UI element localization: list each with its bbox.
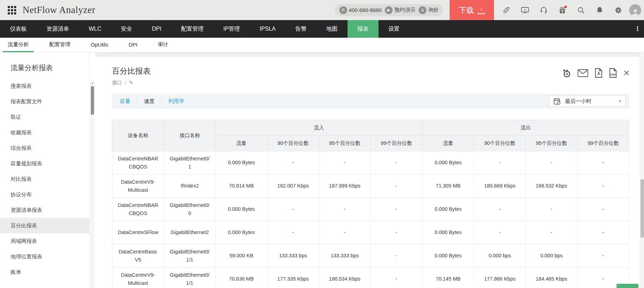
schedule-stopwatch-icon[interactable] [562, 68, 571, 78]
subnav-audit[interactable]: 审计 [153, 38, 173, 52]
export-pdf-icon[interactable] [594, 68, 603, 78]
col-header-device: 设备名称 [112, 120, 164, 151]
report-panel: 百分比报表 接口 / ✎ CSV ✕ [95, 57, 644, 288]
device-cell: DataCentreNBARCBQOS [112, 198, 164, 221]
sidebar-item-inventory-reports[interactable]: 资源清单报表 [0, 202, 89, 218]
sidebar-item-consolidated-reports[interactable]: 综合报表 [0, 140, 89, 156]
in-p99-cell: - [370, 198, 422, 221]
email-report-icon[interactable] [577, 69, 588, 77]
col-header-out-p90: 90个百分位数 [474, 136, 526, 151]
in-p95-cell: - [319, 198, 371, 221]
apps-grid-icon[interactable] [8, 6, 16, 14]
settings-gear-icon[interactable] [614, 6, 623, 15]
sidebar-item-billing[interactable]: 账单 [0, 264, 89, 280]
subnav-config-mgmt[interactable]: 配置管理 [44, 38, 75, 52]
out-p95-cell: - [526, 221, 577, 244]
nav-inventory[interactable]: 资源清单 [37, 20, 79, 38]
interface-cell: GigabitEthernet0/0 [164, 198, 215, 221]
tab-speed[interactable]: 速度 [144, 98, 155, 105]
nav-ip-mgmt[interactable]: IP管理 [213, 20, 250, 38]
out-volume-cell: 70.145 MB [422, 268, 474, 288]
sidebar-item-compare-reports[interactable]: 对比报表 [0, 171, 89, 187]
subnav-oputils[interactable]: OpUtils [86, 38, 113, 52]
phone-contact[interactable]: ✆ 400-660-8680 [339, 6, 382, 14]
scroll-up-arrow-icon[interactable]: ▲ [90, 82, 94, 84]
sidebar-item-geo-reports[interactable]: 地理位置报表 [0, 249, 89, 264]
nav-reports[interactable]: 报表 [348, 20, 379, 38]
nav-wlc[interactable]: WLC [79, 20, 111, 38]
top-header: NetFlow Analyzer ✆ 400-660-8680 ▶ 预约演示 $… [0, 0, 644, 20]
demo-link[interactable]: ▶ 预约演示 [385, 6, 415, 14]
nav-settings[interactable]: 设置 [379, 20, 409, 38]
download-button[interactable]: 下载 ↓ [450, 0, 494, 20]
sidebar-item-lan-reports[interactable]: 局域网报表 [0, 233, 89, 249]
time-range-value: 最后一小时 [565, 98, 592, 105]
tab-utilization[interactable]: 利用率 [168, 98, 184, 105]
percentile-report-table: 设备名称 接口名称 流入 流出 流量 90个百分位数 95个百分位数 99个百分… [112, 120, 629, 288]
sidebar-item-capacity-planning[interactable]: 容量规划报表 [0, 156, 89, 171]
interface-cell: GigabitEthernet2 [164, 221, 215, 244]
sidebar-scrollbar-track[interactable]: ▲ [90, 81, 94, 288]
out-p95-cell: 0.000 bps [526, 244, 577, 268]
table-row: DataCentreNBARCBQOS GigabitEthernet0/0 0… [112, 198, 629, 221]
export-csv-icon[interactable]: CSV [609, 68, 617, 78]
rocket-icon[interactable] [502, 6, 511, 15]
col-header-in-volume: 流量 [215, 136, 267, 151]
tab-capacity[interactable]: 容量 [120, 98, 130, 105]
col-header-out-p99: 99个百分位数 [577, 136, 629, 151]
group-header-in: 流入 [215, 120, 422, 136]
in-p99-cell: - [370, 174, 422, 198]
device-cell: DataCentreSFlow [112, 221, 164, 244]
device-cell: DataCentreV9-Multicast [112, 268, 164, 288]
notification-dot [564, 6, 567, 8]
search-icon[interactable] [576, 6, 586, 15]
gift-icon[interactable] [558, 6, 567, 15]
subnav-dpi[interactable]: DPI [124, 38, 142, 52]
sidebar-item-favorite-reports[interactable]: 收藏报表 [0, 125, 89, 140]
demo-play-icon: ▶ [385, 6, 393, 14]
sidebar-item-search-reports[interactable]: 搜索报表 [0, 78, 89, 94]
svg-text:CSV: CSV [610, 73, 615, 76]
subnav-traffic-analysis[interactable]: 流量分析 [3, 38, 34, 52]
bell-icon[interactable] [595, 6, 604, 15]
in-p95-cell: - [319, 151, 371, 174]
header-icon-row [502, 6, 623, 15]
nav-dpi[interactable]: DPI [142, 20, 171, 38]
sidebar-item-report-profiles[interactable]: 报表配置文件 [0, 94, 89, 109]
edit-pencil-icon[interactable]: ✎ [129, 79, 133, 86]
nav-ipsla[interactable]: IPSLA [250, 20, 285, 38]
time-range-selector[interactable]: 最后一小时 ▾ [549, 96, 626, 107]
user-avatar[interactable] [629, 4, 641, 16]
nav-config-mgmt[interactable]: 配置管理 [171, 20, 213, 38]
tab-divider [161, 97, 162, 105]
nav-overflow-icon[interactable]: ⋮ [633, 20, 642, 38]
nav-dashboard[interactable]: 仪表板 [0, 20, 37, 38]
presentation-icon[interactable] [520, 6, 530, 15]
page-scrollbar-thumb[interactable] [640, 179, 644, 238]
feedback-corner-tab[interactable] [617, 284, 638, 288]
out-p99-cell: - [577, 151, 629, 174]
sidebar-item-percentile-reports[interactable]: 百分比报表 [0, 218, 89, 233]
interface-cell: GigabitEthernet0/1/1 [164, 268, 215, 288]
quote-link[interactable]: $ 询价 [419, 6, 439, 14]
close-report-icon[interactable]: ✕ [623, 69, 630, 77]
sidebar-title: 流量分析报表 [0, 53, 89, 78]
col-header-in-p99: 99个百分位数 [370, 136, 422, 151]
table-row: DataCentreSFlow GigabitEthernet2 0.000 B… [112, 221, 629, 244]
support-headset-icon[interactable] [539, 6, 548, 15]
calendar-clock-icon [554, 98, 561, 105]
nav-alarms[interactable]: 告警 [286, 20, 317, 38]
in-volume-cell: 70.814 MB [215, 174, 267, 198]
sidebar-scrollbar-thumb[interactable] [91, 86, 94, 115]
sidebar-item-protocol-distribution[interactable]: 协议分布 [0, 187, 89, 202]
out-p99-cell: - [577, 244, 629, 268]
table-row: DataCentreBasicV5 GigabitEthernet0/1/1 5… [112, 244, 629, 268]
in-p99-cell: - [370, 244, 422, 268]
nav-security[interactable]: 安全 [111, 20, 142, 38]
nav-maps[interactable]: 地图 [317, 20, 348, 38]
out-p90-cell: 0.000 bps [474, 244, 526, 268]
col-header-out-volume: 流量 [422, 136, 474, 151]
out-p90-cell: 180.669 Kbps [474, 174, 526, 198]
page-scrollbar[interactable] [640, 53, 644, 288]
sidebar-item-forensics[interactable]: 取证 [0, 109, 89, 125]
